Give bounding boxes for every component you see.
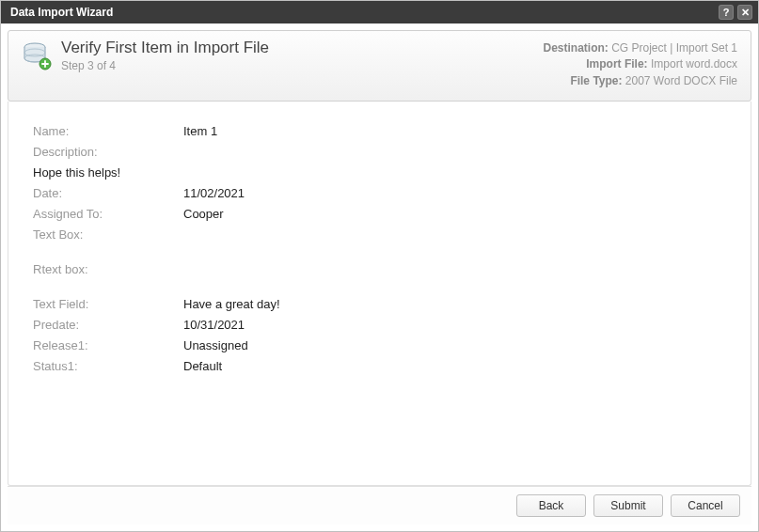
window-title: Data Import Wizard <box>10 6 113 19</box>
predate-label: Predate: <box>33 316 183 334</box>
header-left: Verify First Item in Import File Step 3 … <box>22 40 269 72</box>
submit-button[interactable]: Submit <box>593 494 663 517</box>
step-indicator: Step 3 of 4 <box>61 59 269 72</box>
text-box-value <box>183 226 726 229</box>
rtext-box-value <box>183 260 726 264</box>
import-file-value: Import word.docx <box>651 57 737 70</box>
cancel-button[interactable]: Cancel <box>671 494 740 517</box>
assigned-to-label: Assigned To: <box>33 205 183 223</box>
name-label: Name: <box>33 122 183 140</box>
body-panel: Name: Item 1 Description: Hope this help… <box>8 102 751 486</box>
file-type-label: File Type: <box>570 74 622 87</box>
description-label: Description: <box>33 143 183 161</box>
text-box-label: Text Box: <box>33 226 183 243</box>
date-label: Date: <box>33 184 183 202</box>
file-type-value: 2007 Word DOCX File <box>625 74 737 87</box>
content: Verify First Item in Import File Step 3 … <box>1 23 758 531</box>
description-value-placeholder <box>183 143 726 147</box>
field-grid: Name: Item 1 Description: Hope this help… <box>33 122 726 375</box>
header-info: Destination: CG Project | Import Set 1 I… <box>543 40 737 89</box>
date-value: 11/02/2021 <box>183 184 726 202</box>
titlebar: Data Import Wizard ? ✕ <box>1 1 758 23</box>
database-import-icon <box>22 40 52 70</box>
footer-panel: Back Submit Cancel <box>8 486 751 524</box>
description-value: Hope this helps! <box>33 164 726 181</box>
close-button[interactable]: ✕ <box>737 5 752 20</box>
predate-value: 10/31/2021 <box>183 316 726 334</box>
rtext-box-label: Rtext box: <box>33 260 183 278</box>
release1-label: Release1: <box>33 336 183 354</box>
back-button[interactable]: Back <box>516 494 586 517</box>
destination-value: CG Project | Import Set 1 <box>611 41 737 55</box>
destination-label: Destination: <box>543 41 608 55</box>
assigned-to-value: Cooper <box>183 205 726 223</box>
titlebar-controls: ? ✕ <box>719 5 752 20</box>
release1-value: Unassigned <box>183 336 726 354</box>
name-value: Item 1 <box>183 122 726 140</box>
help-button[interactable]: ? <box>719 5 734 20</box>
wizard-window: Data Import Wizard ? ✕ <box>0 0 759 532</box>
text-field-value: Have a great day! <box>183 295 726 313</box>
status1-label: Status1: <box>33 357 183 375</box>
text-field-label: Text Field: <box>33 295 183 313</box>
import-file-label: Import File: <box>586 57 647 70</box>
page-title: Verify First Item in Import File <box>61 39 269 57</box>
status1-value: Default <box>183 357 726 375</box>
header-panel: Verify First Item in Import File Step 3 … <box>8 30 751 102</box>
